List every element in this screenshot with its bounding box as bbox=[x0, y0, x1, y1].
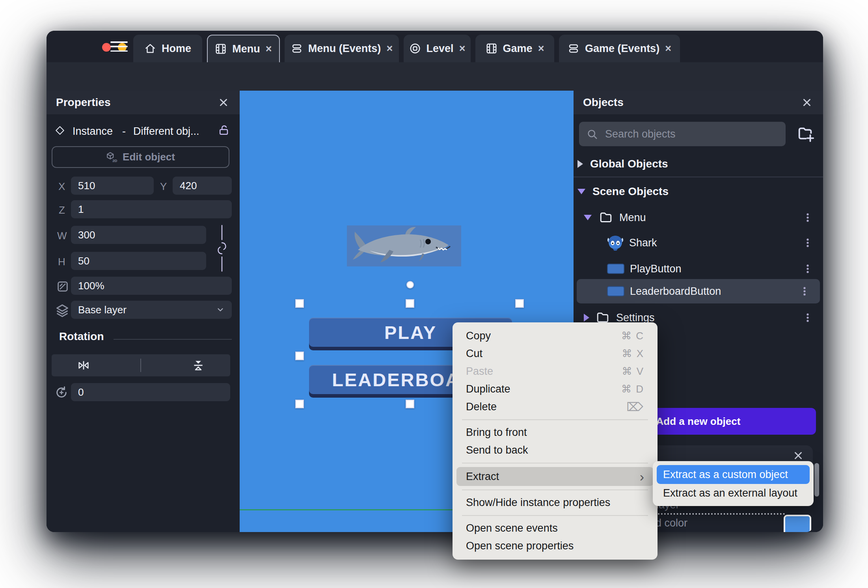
flip-horizontal-icon[interactable] bbox=[77, 359, 90, 372]
cube-2d-icon bbox=[106, 152, 117, 163]
folder-label: Menu bbox=[619, 212, 646, 224]
z-field[interactable] bbox=[71, 200, 232, 218]
menu-item-copy[interactable]: Copy ⌘ C bbox=[453, 327, 658, 345]
submenu-item-extract-external-layout[interactable]: Extract as an external layout bbox=[657, 484, 810, 502]
row-menu-icon[interactable] bbox=[803, 312, 813, 324]
opacity-icon bbox=[56, 280, 69, 293]
menu-item-bring-to-front[interactable]: Bring to front bbox=[453, 424, 658, 441]
tab-menu-events[interactable]: Menu (Events) × bbox=[285, 35, 399, 62]
menu-item-delete[interactable]: Delete ⌦ bbox=[453, 398, 658, 416]
object-label: LeaderboardButton bbox=[630, 285, 721, 298]
tab-game[interactable]: Game × bbox=[475, 35, 554, 62]
selection-handle-mid-left[interactable] bbox=[295, 352, 304, 360]
background-color-swatch[interactable] bbox=[784, 515, 811, 532]
extract-submenu: Extract as a custom object Extract as an… bbox=[653, 461, 814, 506]
menu-item-label: Open scene events bbox=[466, 522, 558, 534]
tab-level[interactable]: Level × bbox=[404, 35, 471, 62]
menu-item-paste[interactable]: Paste ⌘ V bbox=[453, 363, 658, 380]
close-panel-button[interactable] bbox=[792, 449, 805, 462]
menu-item-label: Send to back bbox=[466, 444, 528, 456]
tab-home[interactable]: Home bbox=[133, 35, 202, 62]
layer-value: Base layer bbox=[78, 304, 127, 316]
close-icon bbox=[801, 97, 813, 108]
selection-handle-top-left[interactable] bbox=[295, 299, 304, 308]
z-label: Z bbox=[59, 204, 65, 216]
desktop: Home Menu × Menu (Events) × Level × bbox=[0, 0, 868, 588]
y-field[interactable] bbox=[173, 177, 232, 195]
selection-handle-bottom-left[interactable] bbox=[295, 400, 304, 408]
row-menu-icon[interactable] bbox=[799, 285, 810, 297]
object-row-playbutton[interactable]: PlayButton bbox=[574, 258, 823, 280]
menu-item-label: Duplicate bbox=[466, 383, 510, 395]
menu-divider bbox=[462, 515, 648, 516]
close-icon[interactable]: × bbox=[459, 43, 466, 55]
layer-select[interactable]: Base layer bbox=[71, 301, 232, 319]
menu-item-label: Paste bbox=[466, 365, 493, 378]
tab-game-events[interactable]: Game (Events) × bbox=[559, 35, 680, 62]
menu-item-duplicate[interactable]: Duplicate ⌘ D bbox=[453, 380, 658, 398]
w-field[interactable] bbox=[71, 226, 206, 244]
w-label: W bbox=[57, 230, 67, 242]
rotation-handle[interactable] bbox=[406, 281, 414, 288]
menu-item-send-to-back[interactable]: Send to back bbox=[453, 441, 658, 459]
object-row-leaderboardbutton[interactable]: LeaderboardButton bbox=[577, 279, 820, 303]
dotted-divider bbox=[655, 513, 785, 515]
folder-row-menu[interactable]: Menu bbox=[574, 207, 823, 229]
selection-handle-top-center[interactable] bbox=[406, 299, 414, 308]
selection-handle-bottom-center[interactable] bbox=[406, 400, 414, 408]
submenu-item-label: Extract as a custom object bbox=[663, 469, 788, 481]
instance-separator: - bbox=[122, 125, 126, 138]
rotation-field[interactable] bbox=[71, 383, 230, 401]
x-field[interactable] bbox=[71, 177, 154, 195]
add-folder-icon[interactable] bbox=[797, 125, 815, 143]
shark-thumbnail-icon bbox=[607, 234, 624, 251]
close-objects-button[interactable] bbox=[800, 96, 814, 109]
x-label: X bbox=[58, 180, 65, 193]
close-icon[interactable]: × bbox=[266, 43, 272, 55]
instance-diamond-icon bbox=[55, 125, 65, 136]
tab-bar: Home Menu × Menu (Events) × Level × bbox=[133, 35, 680, 62]
close-icon[interactable]: × bbox=[538, 43, 544, 55]
level-icon bbox=[409, 43, 421, 54]
tab-label: Home bbox=[162, 43, 191, 55]
global-objects-section[interactable]: Global Objects bbox=[577, 158, 668, 170]
row-menu-icon[interactable] bbox=[803, 212, 813, 223]
shark-image bbox=[347, 225, 461, 266]
chevron-down-icon bbox=[216, 305, 225, 314]
menu-divider bbox=[462, 489, 648, 490]
properties-header: Properties bbox=[47, 91, 240, 114]
row-menu-icon[interactable] bbox=[803, 263, 813, 275]
rotation-divider bbox=[114, 339, 232, 340]
close-properties-button[interactable] bbox=[217, 96, 230, 109]
h-field[interactable] bbox=[71, 252, 206, 270]
close-icon[interactable]: × bbox=[386, 43, 393, 55]
object-row-shark[interactable]: Shark bbox=[574, 232, 823, 254]
menu-item-open-scene-events[interactable]: Open scene events bbox=[453, 519, 658, 537]
flip-vertical-icon[interactable] bbox=[192, 359, 205, 372]
selection-handle-top-right[interactable] bbox=[515, 299, 524, 308]
scene-objects-section[interactable]: Scene Objects bbox=[577, 185, 669, 198]
tab-label: Menu bbox=[232, 43, 260, 55]
tab-menu[interactable]: Menu × bbox=[207, 35, 280, 62]
submenu-item-extract-custom-object[interactable]: Extract as a custom object bbox=[657, 465, 810, 484]
close-icon[interactable]: × bbox=[665, 43, 671, 55]
background-color-fragment: d color bbox=[656, 517, 687, 529]
menu-divider bbox=[462, 463, 648, 463]
menu-item-open-scene-properties[interactable]: Open scene properties bbox=[453, 537, 658, 555]
shark-sprite[interactable] bbox=[347, 225, 461, 266]
title-bar: Home Menu × Menu (Events) × Level × bbox=[47, 31, 823, 62]
search-input[interactable] bbox=[604, 128, 779, 141]
row-menu-icon[interactable] bbox=[803, 237, 813, 249]
scrollbar-thumb[interactable] bbox=[814, 463, 819, 497]
edit-object-button[interactable]: Edit object bbox=[52, 146, 229, 168]
menu-item-cut[interactable]: Cut ⌘ X bbox=[453, 345, 658, 363]
main-menu-icon[interactable] bbox=[110, 41, 128, 52]
traffic-light-close[interactable] bbox=[102, 43, 111, 52]
opacity-field[interactable] bbox=[71, 277, 232, 295]
link-wh-icon[interactable] bbox=[217, 225, 227, 272]
menu-item-show-hide-instance-properties[interactable]: Show/Hide instance properties bbox=[453, 494, 658, 512]
rotation-title: Rotation bbox=[59, 330, 104, 343]
menu-item-extract[interactable]: Extract › bbox=[456, 467, 654, 486]
unlock-icon[interactable] bbox=[218, 124, 229, 136]
play-button-label: PLAY bbox=[384, 322, 437, 343]
